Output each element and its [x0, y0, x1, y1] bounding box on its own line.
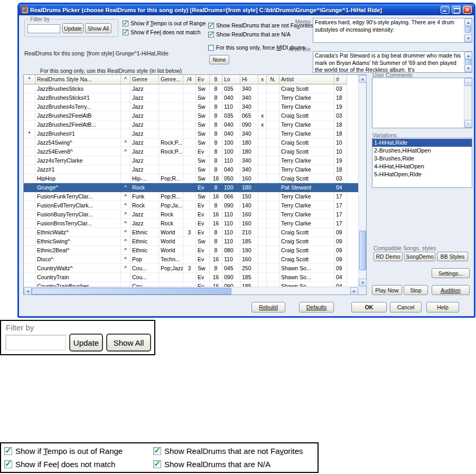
table-vertical-scrollbar[interactable]: ▲ ▼ — [358, 75, 366, 287]
memo-scrollbar[interactable]: ▲ ▼ — [464, 18, 472, 42]
table-row[interactable]: Jazz#1JazzSw8040340Terry Clarke18 — [24, 165, 358, 174]
checkbox-show-feel[interactable]: Show if Feel does not match — [123, 29, 201, 35]
filter-input[interactable] — [27, 24, 60, 33]
scroll-up-button[interactable]: ▲ — [464, 52, 472, 60]
rd-demo-button[interactable]: RD Demo — [374, 252, 403, 261]
minimize-button[interactable] — [441, 6, 450, 14]
show-all-button[interactable]: Show All — [106, 334, 151, 352]
column-header[interactable]: RealDrums Style Na... — [35, 75, 121, 84]
checkbox-show-na[interactable]: Show RealDrums that are N/A — [208, 31, 291, 37]
defaults-button[interactable]: Defaults — [299, 302, 334, 312]
table-cell: Sw — [196, 174, 210, 183]
column-header[interactable]: /4 — [183, 75, 196, 84]
scroll-down-button[interactable]: ▼ — [464, 64, 472, 72]
table-row[interactable]: CountryTrainBrushesCou...Ev16090185Shawn… — [24, 282, 358, 287]
checkbox-show-na[interactable]: Show RealDrums that are N/A — [153, 460, 270, 469]
column-header[interactable]: Hi — [240, 75, 258, 84]
table-row[interactable]: Jazz54Even8^^JazzRock;P...Ev8100180Craig… — [24, 147, 358, 156]
settings-button[interactable]: Settings... — [432, 268, 470, 278]
table-row[interactable]: JazzBrushesSticksJazzSw8035340Craig Scot… — [24, 84, 358, 93]
play-now-button[interactable]: Play Now — [372, 285, 402, 295]
ok-button[interactable]: OK — [351, 302, 387, 312]
none-button[interactable]: None — [209, 55, 229, 64]
cancel-button[interactable]: Cancel — [390, 302, 422, 312]
scrollbar-thumb[interactable] — [359, 231, 366, 270]
checkbox-force-midi[interactable]: For this song only, force MIDI drums — [208, 44, 305, 51]
table-row[interactable]: CountryWaltz^^Cou...Pop;Jazz3Sw8045250Sh… — [24, 264, 358, 273]
table-row[interactable]: CountryTrainCou...Ev16090185Shawn So...0… — [24, 273, 358, 282]
table-row[interactable]: FusionBrosTerryClar...^JazzRockEv1611016… — [24, 219, 358, 228]
scroll-left-button[interactable]: ◄ — [24, 287, 32, 295]
show-all-button[interactable]: Show All — [85, 23, 111, 33]
scrollbar-thumb[interactable] — [32, 288, 231, 295]
update-button[interactable]: Update — [62, 23, 83, 33]
table-cell: ^ — [121, 264, 130, 273]
scroll-up-button[interactable]: ▲ — [464, 78, 472, 86]
filter-input[interactable] — [5, 335, 66, 350]
titlebar[interactable]: RealDrums Picker (choose RealDrums for t… — [19, 4, 474, 15]
scroll-right-button[interactable]: ► — [350, 287, 358, 295]
column-header[interactable]: Lo — [222, 75, 240, 84]
update-button[interactable]: Update — [69, 334, 103, 352]
table-row[interactable]: JazzBrushesSticks#1JazzSw8040340Terry Cl… — [24, 93, 358, 102]
user-comments-box[interactable]: ▲ ▼ — [372, 78, 472, 128]
table-cell: Jazz — [130, 219, 159, 228]
scroll-up-button[interactable]: ▲ — [464, 18, 472, 26]
audition-button[interactable]: Audition — [432, 285, 470, 295]
table-row[interactable]: Jazz4sTerryClarkeJazzSw8110340Terry Clar… — [24, 156, 358, 165]
rebuild-button[interactable]: Rebuild — [251, 302, 285, 312]
table-cell: Sw — [196, 102, 210, 111]
artist-bio-scrollbar[interactable]: ▲ ▼ — [464, 52, 472, 72]
scroll-down-button[interactable]: ▼ — [359, 279, 367, 287]
column-header[interactable]: x — [258, 75, 267, 84]
table-row[interactable]: JazzBrushes4sTerry...JazzSw8110340Terry … — [24, 102, 358, 111]
help-button[interactable]: Help — [426, 302, 459, 312]
table-row[interactable]: FusionFunkTerryClar...^FunkPop;R...Sw160… — [24, 192, 358, 201]
scroll-up-button[interactable]: ▲ — [359, 75, 367, 83]
memo-box[interactable]: Features hard, edgy 90's-style playing. … — [313, 18, 472, 43]
table-row[interactable]: FusionBusyTerryClar...^JazzRockEv1611016… — [24, 210, 358, 219]
table-row[interactable]: Jazz54Swing^^JazzRock;P...Sw8100180Craig… — [24, 138, 358, 147]
scrollbar-thumb[interactable] — [465, 26, 471, 33]
scroll-down-button[interactable]: ▼ — [464, 34, 472, 42]
variation-item[interactable]: 1-HiHat,Ride — [372, 139, 472, 147]
close-button[interactable]: ✕ — [463, 6, 472, 14]
maximize-button[interactable] — [452, 6, 461, 14]
variation-item[interactable]: 2-Brushes,HiHatOpen — [372, 147, 472, 155]
variation-item[interactable]: 5-HiHatOpen,Ride — [372, 170, 472, 178]
column-header[interactable]: * — [24, 75, 35, 84]
table-row[interactable]: Ethnic2Beat^^EthnicWorldEv8080190Craig S… — [24, 246, 358, 255]
checkbox-show-tempo[interactable]: Show if Tempo is out of Range — [4, 447, 123, 456]
column-header[interactable]: Genre — [130, 75, 159, 84]
table-row[interactable]: Grunge^^RockEv8100180Pat Steward04 — [24, 183, 358, 192]
scroll-down-button[interactable]: ▼ — [464, 120, 472, 128]
column-header[interactable]: # — [334, 75, 347, 84]
column-header[interactable]: Genre... — [159, 75, 183, 84]
table-row[interactable]: FusionEv8TerryClark...^RockPop;Ja...Ev80… — [24, 201, 358, 210]
stop-button[interactable]: Stop — [404, 285, 428, 295]
table-cell — [267, 210, 279, 219]
bb-styles-button[interactable]: BB Styles — [437, 252, 468, 261]
column-header[interactable]: Ev — [196, 75, 210, 84]
table-row[interactable]: EthnicWaltz^^EthnicWorld3Ev8110210Craig … — [24, 228, 358, 237]
table-horizontal-scrollbar[interactable]: ◄ ► — [24, 287, 358, 295]
column-header[interactable]: Artist — [279, 75, 334, 84]
user-comments-scrollbar[interactable]: ▲ ▼ — [464, 78, 472, 128]
song-demo-button[interactable]: SongDemo — [404, 252, 435, 261]
checkbox-show-not-favorites[interactable]: Show RealDrums that are not Favorites — [153, 447, 303, 456]
table-row[interactable]: EthnicSwing^^EthnicWorldSw8110185Craig S… — [24, 237, 358, 246]
table-row[interactable]: *JazzBrushes#1JazzSw8040340Terry Clarke1… — [24, 129, 358, 138]
table-row[interactable]: Disco^^PopTechn...Ev16110160Craig Scott0… — [24, 255, 358, 264]
column-header[interactable]: N. — [267, 75, 279, 84]
artist-bio-box[interactable]: Canada's Pat Steward is a big beat drumm… — [313, 51, 472, 73]
table-row[interactable]: JazzBrushes2FeelAtBJazzSw8035065xCraig S… — [24, 111, 358, 120]
table-row[interactable]: HipHopHip-...Pop;R...Sw16050160Craig Sco… — [24, 174, 358, 183]
variations-listbox[interactable]: 1-HiHat,Ride2-Brushes,HiHatOpen3-Brushes… — [372, 138, 472, 188]
column-header[interactable]: 8 — [210, 75, 222, 84]
variation-item[interactable]: 3-Brushes,Ride — [372, 155, 472, 163]
column-header[interactable]: ^ — [121, 75, 130, 84]
table-row[interactable]: JazzBrushes2FeelAtB...JazzSw8040090xTerr… — [24, 120, 358, 129]
checkbox-show-tempo[interactable]: Show if Tempo is out of Range — [123, 20, 206, 26]
checkbox-show-feel[interactable]: Show if Feel does not match — [4, 460, 115, 469]
variation-item[interactable]: 4-HiHat,HiHatOpen — [372, 163, 472, 170]
